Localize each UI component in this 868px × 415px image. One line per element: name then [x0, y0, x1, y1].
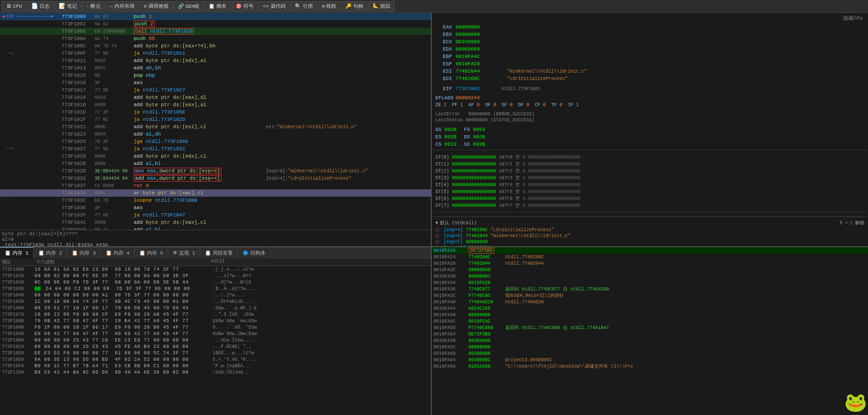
- mem-row-773f1010[interactable]: 773F1010 00 00 02 00 00 FC 5D 3F 77 08 0…: [0, 273, 431, 279]
- mem-row-773f1080[interactable]: 773F1080 70 6B 42 77 60 47 4F 77 20 B4 4…: [0, 318, 431, 324]
- disasm-row-773f1019[interactable]: 773F1019 0010 add byte ptr ds:[eax],dl: [0, 94, 431, 101]
- stack-row-0019fa30[interactable]: 0019FA30 00000001: [432, 273, 868, 279]
- disasm-row-773f100a[interactable]: 773F100A 6A 74 push 55: [0, 35, 431, 42]
- disasm-row-773f1021[interactable]: 773F1021 000E add byte ptr ds:[esi],cl e…: [0, 123, 431, 131]
- disasm-row-773f1002[interactable]: 773F1002 6A 02 push 2: [0, 20, 431, 28]
- stack-row-0019fa3c[interactable]: 0019FA3C F7749C9C 指向SEH_Record[1]的指针: [432, 292, 868, 299]
- disasm-row-773f1037[interactable]: 773F1037 C2 0800 ret 8: [0, 182, 431, 189]
- disasm-area[interactable]: ● EIP ──────────────► 773F1000 6A 01 pus…: [0, 13, 431, 230]
- stack-row-0019fa68[interactable]: 0019FA68 01012668 "C:\\Users\\ftnj23\\De…: [432, 363, 868, 370]
- toolbar-ref-label: 引用: [303, 3, 313, 10]
- disasm-row-773f103a[interactable]: 773F103A 0800 or byte ptr ds:[eax],cl: [0, 189, 431, 197]
- stack-row-0019fa20[interactable]: 0019FA20 DE72F5B9: [432, 247, 868, 254]
- mem-row-773f1000[interactable]: 773F1000 16 6A 01 6A 02 E8 23 00 00 16 0…: [0, 266, 431, 273]
- stack-row-0019fa4c[interactable]: 0019FA4C 0019FCAC: [432, 318, 868, 324]
- disasm-row-773f1025[interactable]: · 773F1025 7D 3F jge ntdll.773F1066: [0, 138, 431, 145]
- registers-panel: 隐藏FPU EAX 00000000 EBX 00000000 ECX DE93…: [432, 13, 868, 246]
- disasm-row-773f101d[interactable]: · 773F101D 77 3F ja ntdll.773F105E: [0, 108, 431, 116]
- stack-row-0019fa54[interactable]: 0019FA54 DE72F3B9: [432, 331, 868, 337]
- mem-row-773f10b0[interactable]: 773F10B0 00 00 00 00 25 43 77 C0 EE C3 E…: [0, 337, 431, 343]
- stack-row-0019fa38[interactable]: 0019FA38 7749C077 返回到 ntdll.7749C077 自 n…: [432, 286, 868, 292]
- stack-row-0019fa58[interactable]: 0019FA58 0030A000: [432, 337, 868, 344]
- tab-mem3[interactable]: 📋 内存 3: [67, 247, 101, 258]
- toolbar-symbol-btn[interactable]: 🎯 符号: [231, 1, 258, 11]
- disasm-row-773f103c[interactable]: · 773F103C E0 7D loopne ntdll.773F10BB: [0, 197, 431, 204]
- disasm-row-773f1016[interactable]: 773F1016 3F aas: [0, 79, 431, 86]
- tab-mem5[interactable]: 📋 内存 5: [135, 247, 168, 258]
- toolbar-trace-btn[interactable]: 🦶 跟踪: [368, 1, 395, 11]
- toolbar-source-btn[interactable]: <> 源代码: [259, 1, 289, 11]
- toolbar-handle-btn[interactable]: 🔑 句柄: [341, 1, 367, 11]
- toolbar-memlayout-btn[interactable]: — 内存布局: [106, 1, 139, 11]
- stack-row-0019fa5c[interactable]: 0019FA5C 00000000: [432, 344, 868, 350]
- toolbar-callstack-label: 调用堆栈: [148, 3, 169, 10]
- disasm-row-773f1032[interactable]: 773F1032 3E:034424 04 add eax,dword ptr …: [0, 175, 431, 182]
- mem-row-773f1040[interactable]: 773F1040 00 00 08 00 00 08 00 A1 00 7D 3…: [0, 292, 431, 298]
- mem-row-773f1090[interactable]: 773F1090 F0 1F 00 00 20 1F 60 17 E0 F0 9…: [0, 324, 431, 330]
- mem-row-773f1050[interactable]: 773F1050 1C 00 1E 00 D4 74 3F 77 6B 4C 7…: [0, 298, 431, 305]
- disasm-row-773f102d[interactable]: 773F102D 3E:8B4424 08 mov eax,dword ptr …: [0, 167, 431, 175]
- toolbar-handle-label: 句柄: [353, 3, 363, 10]
- mem-row-773f1100[interactable]: 773F1100 B9 53 41 44 BA 9C 0D D6 9D 4A 4…: [0, 369, 431, 375]
- toolbar-log-btn[interactable]: 📄 日志: [27, 1, 54, 11]
- mem-row-773f10a0[interactable]: 773F10A0 E0 56 42 77 60 47 4F 77 00 69 4…: [0, 330, 431, 337]
- disasm-row-773f101b[interactable]: 773F101B 0000 add byte ptr ds:[eax],al: [0, 101, 431, 108]
- disasm-row-773f101f[interactable]: · 773F101F 77 0C ja ntdll.773F102D: [0, 116, 431, 123]
- top-section: ● EIP ──────────────► 773F1000 6A 01 pus…: [0, 13, 868, 247]
- stack-row-0019fa60[interactable]: 0019FA60 0030D000: [432, 350, 868, 357]
- disasm-row-773f1043[interactable]: 773F1043 00 A1 add al,bl: [0, 226, 431, 230]
- toolbar-callstack-btn[interactable]: ≡ 调用堆栈: [140, 1, 173, 11]
- eip-arrow: EIP ──────────────►: [6, 14, 62, 19]
- mem-row-773f10c0[interactable]: 773F10C0 00 00 00 00 46 15 C5 43 A5 FE A…: [0, 343, 431, 350]
- hex-773f1000: 6A 01: [95, 14, 134, 19]
- disasm-row-eip[interactable]: ● EIP ──────────────► 773F1000 6A 01 pus…: [0, 13, 431, 20]
- toolbar-bp-btn[interactable]: • 断点: [82, 1, 105, 11]
- stack-table: 0019FA20 DE72F5B9 0019FA24 7740260C ntdl…: [432, 247, 868, 370]
- mem-row-773f1060[interactable]: 773F1060 00 39 51 77 10 1F 60 17 70 00 D…: [0, 305, 431, 311]
- tab-struct[interactable]: 🔷 结构体: [238, 247, 271, 258]
- disasm-row-773f1013[interactable]: 773F1013 00FC add ah,bh: [0, 64, 431, 72]
- tab-watch1[interactable]: 👁 监视 1: [168, 247, 200, 258]
- disasm-row-773f1017[interactable]: · 773F1017 77 0E ja ntdll.773F1027: [0, 86, 431, 94]
- memory-content[interactable]: 773F1000 16 6A 01 6A 02 E8 23 00 00 16 0…: [0, 266, 431, 415]
- disasm-row-773f100c[interactable]: 773F100C 00 78 74 add byte ptr ds:[eax+7…: [0, 42, 431, 50]
- disasm-row-773f1011[interactable]: 773F1011 0002 add byte ptr ds:[edx],al: [0, 57, 431, 64]
- disasm-row-773f1005[interactable]: 773F1005 E8 23000000 call ntdll.773F102D: [0, 28, 431, 35]
- disasm-row-773f100f[interactable]: ←─┐ 773F100F 77 00 ja ntdll.773F1011: [0, 50, 431, 57]
- toolbar-cpu-btn[interactable]: 🖥 CPU: [2, 1, 26, 11]
- stack-row-0019fa64[interactable]: 0019FA64 0030E00C project3.005E005C: [432, 357, 868, 363]
- stack-row-0019fa40[interactable]: 0019FA40 77464AD20 ntdll.7746AD20: [432, 299, 868, 305]
- stack-row-0019fa28[interactable]: 0019FA28 77402044 ntdll.77402044: [432, 260, 868, 267]
- tab-mem1[interactable]: 📋 内存 1: [0, 247, 34, 258]
- disasm-row-773f103e[interactable]: 773F103E 3F aas: [0, 204, 431, 211]
- mem-row-773f1020[interactable]: 773F1020 0C 00 0E 00 F0 7D 3F 77 08 00 0…: [0, 279, 431, 285]
- disasm-row-773f1029[interactable]: 773F1029 000A add byte ptr ds:[edx],cl: [0, 153, 431, 160]
- stack-row-0019fa2c[interactable]: 0019FA2C 00000000: [432, 267, 868, 273]
- stack-row-0019fa50[interactable]: 0019FA50 F7749C088 返回到 ntdll.7749C088 自 …: [432, 324, 868, 331]
- mem-row-773f1030[interactable]: 773F1030 08 24 04 08 C2 08 00 E0 7D 3F 3…: [0, 285, 431, 292]
- stack-row-0019fa34[interactable]: 0019FA34 0019FA20: [432, 279, 868, 286]
- stack-row-0019fa48[interactable]: 0019FA48 00000000: [432, 312, 868, 318]
- disasm-row-773f103f[interactable]: · 773F103F 77 06 ja ntdll.773F1047: [0, 211, 431, 219]
- mem-row-773f10e0[interactable]: 773F10E0 9A 08 3E 13 96 5D 00 BD 4F 02 2…: [0, 356, 431, 363]
- tab-mem2[interactable]: 📋 内存 2: [34, 247, 67, 258]
- toolbar-note-btn[interactable]: 📝 笔记: [55, 1, 81, 11]
- mem-row-773f10d0[interactable]: 773F10D0 EE E3 D3 F0 06 00 06 77 01 00 0…: [0, 350, 431, 356]
- toolbar-script-btn[interactable]: 📋 脚本: [204, 1, 231, 11]
- disasm-row-773f102b[interactable]: 773F102B 00D8 add al,bl: [0, 160, 431, 167]
- mem-row-773f10f0[interactable]: 773F10F0 B0 50 1C 77 B7 7B A4 71 E3 CB 8…: [0, 363, 431, 369]
- tab-mem4[interactable]: 📋 内存 4: [101, 247, 135, 258]
- reg-eflags-row: EFLAGS 00000244: [434, 94, 866, 102]
- toolbar-thread-btn[interactable]: ≋ 线程: [318, 1, 341, 11]
- disasm-row-773f1015[interactable]: 773F1015 5D pop ebp: [0, 72, 431, 79]
- toolbar-log-label: 日志: [39, 3, 50, 10]
- disasm-row-773f1027[interactable]: ←─┘ 773F1027 77 08 ja ntdll.773F1031: [0, 145, 431, 153]
- toolbar-ref-btn[interactable]: 🔍 引用: [291, 1, 317, 11]
- toolbar-seh-btn[interactable]: 🔗 SEH链: [174, 1, 204, 11]
- stack-row-0019fa44[interactable]: 0019FA44 A924C255: [432, 305, 868, 312]
- stack-row-0019fa24[interactable]: 0019FA24 7740260C ntdll.7740260C: [432, 254, 868, 260]
- disasm-row-773f1041[interactable]: 773F1041 0008 add byte ptr ds:[eax],cl: [0, 219, 431, 226]
- tab-locals[interactable]: 📋 局部变量: [200, 247, 238, 258]
- mem-row-773f1070[interactable]: 773F1070 10 00 22 00 F0 90 86 CF E0 F0 9…: [0, 311, 431, 318]
- disasm-row-773f1023[interactable]: 773F1023 00F0 add al,dh: [0, 131, 431, 138]
